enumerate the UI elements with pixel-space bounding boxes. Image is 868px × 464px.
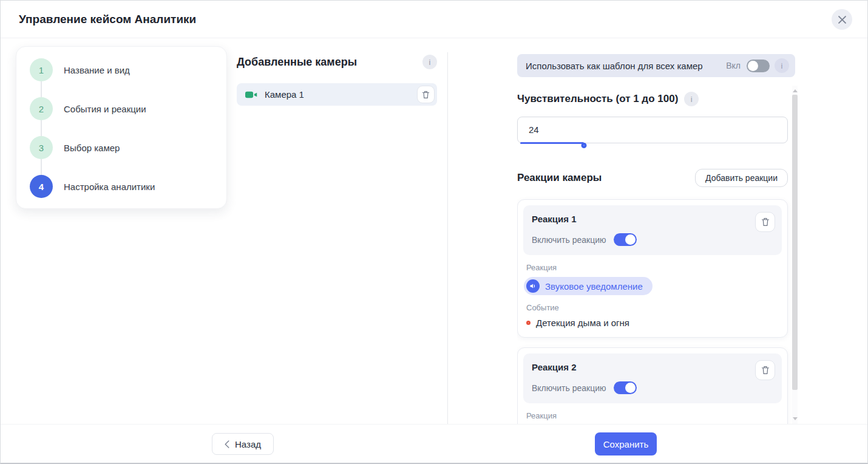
enable-reaction-label: Включить реакцию <box>532 235 606 245</box>
template-toggle-label: Использовать как шаблон для всех камер <box>526 61 703 71</box>
scrollbar[interactable] <box>792 86 798 426</box>
reaction-card-1: Реакция 1 Включить реакцию Реакция <box>517 199 788 338</box>
event-row: Детекция дыма и огня <box>526 318 779 328</box>
template-toggle[interactable] <box>747 60 770 72</box>
stepper-step-2[interactable]: 2 События и реакции <box>30 97 226 120</box>
enable-reaction-label: Включить реакцию <box>532 383 606 393</box>
step-connector <box>41 120 42 136</box>
close-icon <box>838 16 846 24</box>
reaction-card-header: Реакция 2 Включить реакцию <box>523 353 782 403</box>
sensitivity-title: Чувствительность (от 1 до 100) <box>517 93 678 105</box>
step-4-badge: 4 <box>30 175 53 198</box>
step-connector <box>41 159 42 175</box>
sensitivity-slider-handle[interactable] <box>581 143 586 148</box>
step-1-label: Название и вид <box>64 65 130 75</box>
back-button[interactable]: Назад <box>212 433 274 455</box>
stepper-card: 1 Название и вид 2 События и реакции 3 В… <box>16 46 227 209</box>
dialog-footer: Назад Сохранить <box>1 424 867 463</box>
step-3-badge: 3 <box>30 136 53 159</box>
reaction-field-label: Реакция <box>526 263 779 272</box>
reaction-field-label: Реакция <box>526 411 779 420</box>
step-1-badge: 1 <box>30 58 53 81</box>
enable-reaction-toggle[interactable] <box>614 381 637 394</box>
template-toggle-bar: Использовать как шаблон для всех камер В… <box>517 54 795 77</box>
dialog-title: Управление кейсом Аналитики <box>19 1 196 38</box>
reactions-title: Реакции камеры <box>517 172 602 184</box>
template-info-icon[interactable]: i <box>775 58 789 73</box>
scrollbar-down-arrow[interactable] <box>793 417 798 420</box>
stepper-step-4[interactable]: 4 Настройка аналитики <box>30 175 226 198</box>
enable-reaction-toggle[interactable] <box>614 233 637 246</box>
sound-icon <box>526 279 540 293</box>
step-4-label: Настройка аналитики <box>64 182 155 192</box>
reaction-title: Реакция 1 <box>532 214 773 224</box>
trash-icon <box>422 90 430 99</box>
sensitivity-slider[interactable] <box>520 142 785 144</box>
delete-camera-button[interactable] <box>417 86 435 103</box>
toggle-knob <box>625 383 636 393</box>
toggle-knob <box>625 234 636 245</box>
dialog-header: Управление кейсом Аналитики <box>1 1 867 38</box>
scrollbar-thumb[interactable] <box>792 95 798 390</box>
added-cameras-panel: Добавленные камеры i Камера 1 <box>237 54 437 106</box>
chevron-left-icon <box>225 440 229 448</box>
sensitivity-info-icon[interactable]: i <box>684 92 699 106</box>
close-button[interactable] <box>832 9 852 30</box>
panel-divider <box>447 52 448 426</box>
delete-reaction-button[interactable] <box>755 360 775 380</box>
camera-list-item[interactable]: Камера 1 <box>237 83 437 106</box>
cameras-info-icon[interactable]: i <box>422 55 437 69</box>
settings-scroll-area: Чувствительность (от 1 до 100) i 24 Реак… <box>517 86 804 426</box>
template-toggle-state-label: Вкл <box>726 61 741 70</box>
add-reactions-button[interactable]: Добавить реакции <box>695 169 788 187</box>
camera-icon <box>245 90 258 99</box>
reaction-card-header: Реакция 1 Включить реакцию <box>523 205 782 255</box>
event-field-label: Событие <box>526 303 779 312</box>
added-cameras-title: Добавленные камеры <box>237 56 357 69</box>
sensitivity-value: 24 <box>529 117 539 143</box>
back-button-label: Назад <box>235 439 261 449</box>
reaction-type-text: Звуковое уведомление <box>545 281 643 292</box>
delete-reaction-button[interactable] <box>755 212 775 232</box>
toggle-knob <box>748 61 758 71</box>
scrollbar-up-arrow[interactable] <box>793 89 798 92</box>
step-connector <box>41 81 42 97</box>
event-text: Детекция дыма и огня <box>536 318 629 328</box>
step-3-label: Выбор камер <box>64 143 120 153</box>
reaction-card-2: Реакция 2 Включить реакцию Реакция <box>517 347 788 426</box>
reaction-type-chip[interactable]: Звуковое уведомление <box>524 277 653 295</box>
sensitivity-input[interactable]: 24 <box>517 117 788 143</box>
trash-icon <box>761 217 770 227</box>
manage-case-dialog: Управление кейсом Аналитики 1 Название и… <box>0 0 868 464</box>
sensitivity-slider-fill <box>520 142 584 144</box>
step-2-label: События и реакции <box>64 104 146 114</box>
save-button[interactable]: Сохранить <box>595 432 657 455</box>
trash-icon <box>761 366 770 375</box>
stepper-step-3[interactable]: 3 Выбор камер <box>30 136 226 159</box>
event-ring-icon <box>526 321 531 325</box>
camera-name: Камера 1 <box>265 89 304 100</box>
step-2-badge: 2 <box>30 97 53 120</box>
stepper-step-1[interactable]: 1 Название и вид <box>30 58 226 81</box>
reaction-title: Реакция 2 <box>532 362 773 372</box>
